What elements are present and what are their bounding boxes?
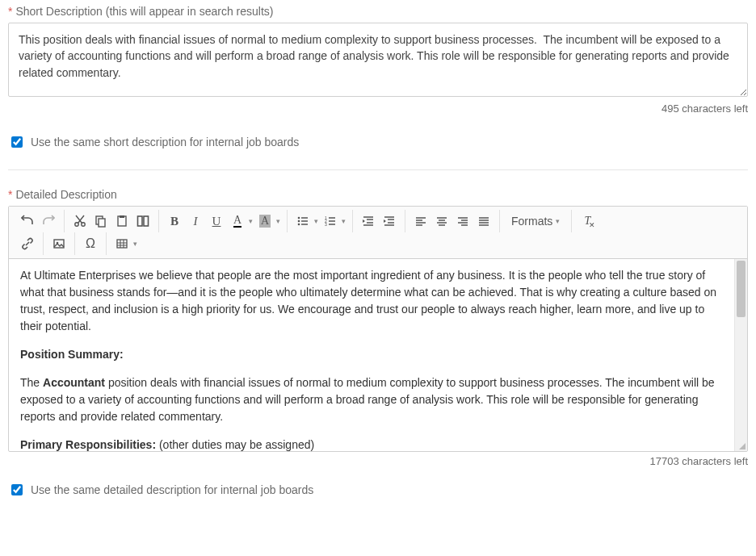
editor-resize-handle[interactable] bbox=[736, 440, 747, 451]
use-same-detailed-description-checkbox[interactable] bbox=[11, 484, 23, 495]
section-divider bbox=[8, 169, 748, 170]
svg-rect-16 bbox=[117, 240, 127, 248]
editor-scrollbar-thumb[interactable] bbox=[737, 261, 746, 317]
svg-rect-5 bbox=[120, 215, 124, 218]
rich-text-editor: B I U A ▾ A ▾ ▾ 123 ▾ bbox=[8, 206, 748, 452]
editor-scrollbar[interactable] bbox=[734, 259, 747, 451]
detailed-intro-paragraph: At Ultimate Enterprises we believe that … bbox=[20, 267, 723, 335]
svg-point-10 bbox=[298, 224, 300, 226]
numbered-list-button[interactable]: 123 bbox=[320, 211, 341, 232]
bold-button[interactable]: B bbox=[164, 211, 185, 232]
align-justify-button[interactable] bbox=[473, 211, 494, 232]
find-replace-button[interactable] bbox=[132, 211, 153, 232]
svg-point-9 bbox=[298, 220, 300, 223]
use-same-short-description-label: Use the same short description for inter… bbox=[31, 136, 299, 148]
align-center-button[interactable] bbox=[431, 211, 452, 232]
short-description-input[interactable] bbox=[8, 23, 748, 97]
underline-button[interactable]: U bbox=[206, 211, 227, 232]
svg-rect-7 bbox=[144, 216, 149, 226]
align-left-button[interactable] bbox=[410, 211, 431, 232]
image-button[interactable] bbox=[48, 233, 69, 254]
table-button[interactable] bbox=[111, 233, 132, 254]
background-color-button[interactable]: A bbox=[254, 211, 275, 232]
svg-text:3: 3 bbox=[325, 222, 327, 227]
svg-rect-6 bbox=[138, 216, 143, 226]
svg-rect-14 bbox=[54, 240, 64, 248]
svg-point-8 bbox=[298, 217, 300, 219]
redo-button[interactable] bbox=[38, 211, 59, 232]
short-description-label: *Short Description (this will appear in … bbox=[8, 5, 748, 18]
detailed-description-char-counter: 17703 characters left bbox=[8, 455, 748, 467]
short-description-char-counter: 495 characters left bbox=[8, 102, 748, 115]
svg-rect-3 bbox=[99, 219, 105, 227]
detailed-description-label: *Detailed Description bbox=[8, 188, 748, 201]
position-summary-heading: Position Summary: bbox=[20, 348, 124, 361]
italic-button[interactable]: I bbox=[185, 211, 206, 232]
special-character-button[interactable]: Ω bbox=[80, 233, 101, 254]
text-color-button[interactable]: A bbox=[227, 211, 248, 232]
outdent-button[interactable] bbox=[358, 211, 379, 232]
primary-responsibilities-paragraph: Primary Responsibilities: (other duties … bbox=[20, 437, 723, 451]
undo-button[interactable] bbox=[17, 211, 38, 232]
required-star-icon: * bbox=[8, 5, 12, 18]
position-summary-paragraph: The Accountant position deals with finan… bbox=[20, 374, 723, 425]
bullet-list-button[interactable] bbox=[292, 211, 313, 232]
cut-button[interactable] bbox=[69, 211, 90, 232]
paste-button[interactable] bbox=[111, 211, 132, 232]
formats-dropdown[interactable]: Formats▾ bbox=[505, 215, 566, 228]
align-right-button[interactable] bbox=[452, 211, 473, 232]
detailed-description-editor-body[interactable]: At Ultimate Enterprises we believe that … bbox=[9, 259, 734, 451]
use-same-short-description-checkbox[interactable] bbox=[11, 136, 23, 148]
clear-formatting-button[interactable]: T✕ bbox=[577, 211, 598, 232]
required-star-icon: * bbox=[8, 188, 12, 201]
copy-button[interactable] bbox=[90, 211, 111, 232]
link-button[interactable] bbox=[17, 233, 38, 254]
indent-button[interactable] bbox=[379, 211, 400, 232]
use-same-detailed-description-label: Use the same detailed description for in… bbox=[31, 483, 313, 496]
editor-toolbar: B I U A ▾ A ▾ ▾ 123 ▾ bbox=[9, 207, 747, 259]
